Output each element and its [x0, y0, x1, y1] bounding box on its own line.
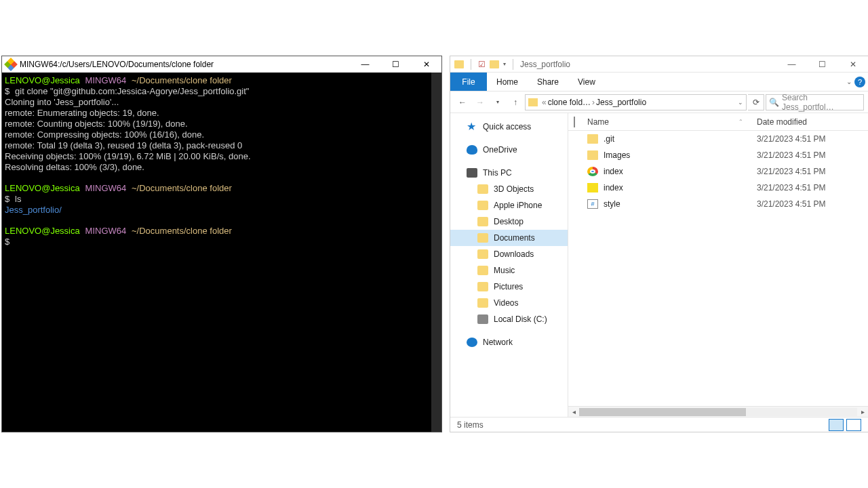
scroll-thumb[interactable]	[579, 408, 746, 416]
chrome-icon	[587, 167, 598, 176]
forward-button: →	[472, 94, 488, 110]
refresh-button[interactable]: ⟳	[748, 94, 764, 110]
explorer-window: ☑ ▾ Jess_portfolio — ☐ ✕ File Home Share…	[450, 56, 868, 432]
maximize-button[interactable]: ☐	[380, 56, 411, 73]
terminal-body[interactable]: LENOVO@Jessica MINGW64 ~/Documents/clone…	[2, 73, 441, 432]
folder-icon	[477, 233, 488, 243]
nav-documents[interactable]: Documents	[450, 230, 568, 246]
terminal-scrollbar[interactable]	[431, 73, 441, 432]
nav-apple-iphone[interactable]: Apple iPhone	[450, 197, 568, 214]
search-icon: 🔍	[769, 98, 779, 107]
folder-icon	[477, 298, 488, 308]
nav-videos[interactable]: Videos	[450, 295, 568, 311]
details-view-button[interactable]	[829, 419, 844, 431]
close-button[interactable]: ✕	[411, 56, 441, 73]
scroll-right-button[interactable]: ▸	[857, 408, 868, 415]
help-icon[interactable]: ?	[854, 77, 865, 87]
nav-pane[interactable]: ★ Quick access OneDrive This PC 3D Ob	[450, 113, 568, 417]
folder-icon	[477, 184, 488, 194]
ribbon-collapse-icon[interactable]: ⌄	[846, 78, 852, 85]
file-row[interactable]: style 3/21/2023 4:51 PM	[568, 196, 868, 212]
tab-view[interactable]: View	[568, 73, 605, 91]
folder-icon	[454, 60, 464, 68]
back-button[interactable]: ←	[454, 94, 471, 110]
folder-icon	[528, 98, 538, 106]
nav-desktop[interactable]: Desktop	[450, 214, 568, 230]
crumb-clone-folder[interactable]: clone fold…	[548, 98, 591, 107]
horizontal-scrollbar[interactable]: ◂ ▸	[568, 406, 868, 417]
address-bar[interactable]: « clone fold… › Jess_portfolio ⌄	[525, 94, 747, 110]
close-button[interactable]: ✕	[837, 56, 868, 73]
folder-icon	[477, 217, 488, 226]
nav-network[interactable]: Network	[450, 334, 568, 350]
explorer-titlebar[interactable]: ☑ ▾ Jess_portfolio — ☐ ✕	[450, 56, 868, 73]
file-row[interactable]: index 3/21/2023 4:51 PM	[568, 163, 868, 180]
recent-dropdown[interactable]: ▾	[490, 94, 506, 110]
qat-dropdown-icon[interactable]: ▾	[503, 61, 506, 67]
crumb-jess-portfolio[interactable]: Jess_portfolio	[596, 98, 646, 107]
folder-icon	[477, 249, 488, 259]
tab-share[interactable]: Share	[528, 73, 568, 91]
nav-onedrive[interactable]: OneDrive	[450, 142, 568, 158]
address-dropdown-icon[interactable]: ⌄	[738, 99, 743, 106]
up-button[interactable]: ↑	[507, 94, 524, 110]
device-icon	[477, 201, 488, 210]
sort-icon[interactable]: ⌃	[738, 119, 743, 125]
terminal-title: MINGW64:/c/Users/LENOVO/Documents/clone …	[20, 60, 350, 69]
css-icon	[587, 199, 598, 209]
terminal-window: MINGW64:/c/Users/LENOVO/Documents/clone …	[1, 56, 442, 432]
pc-icon	[467, 168, 477, 178]
star-icon: ★	[467, 122, 477, 131]
minimize-button[interactable]: —	[776, 56, 807, 73]
tab-file[interactable]: File	[450, 73, 487, 91]
nav-3d-objects[interactable]: 3D Objects	[450, 181, 568, 197]
nav-this-pc[interactable]: This PC	[450, 165, 568, 181]
ribbon: File Home Share View ⌄ ?	[450, 73, 868, 92]
search-input[interactable]: 🔍 Search Jess_portfol…	[766, 94, 864, 110]
folder-icon[interactable]	[490, 60, 499, 68]
cloud-icon	[467, 145, 477, 155]
folder-icon	[587, 134, 598, 144]
icons-view-button[interactable]	[846, 419, 861, 431]
search-placeholder: Search Jess_portfol…	[782, 93, 861, 112]
item-count: 5 items	[457, 420, 484, 430]
maximize-button[interactable]: ☐	[807, 56, 837, 73]
disk-icon	[477, 314, 488, 324]
git-bash-icon	[4, 58, 18, 71]
folder-icon	[477, 282, 488, 291]
nav-local-disk[interactable]: Local Disk (C:)	[450, 311, 568, 327]
desktop: MINGW64:/c/Users/LENOVO/Documents/clone …	[0, 0, 868, 488]
file-row[interactable]: index 3/21/2023 4:51 PM	[568, 180, 868, 196]
terminal-titlebar[interactable]: MINGW64:/c/Users/LENOVO/Documents/clone …	[2, 56, 441, 73]
file-row[interactable]: .git 3/21/2023 4:51 PM	[568, 131, 868, 147]
folder-icon	[477, 266, 488, 275]
file-row[interactable]: Images 3/21/2023 4:51 PM	[568, 147, 868, 163]
column-headers[interactable]: Name⌃ Date modified	[568, 113, 868, 131]
scroll-left-button[interactable]: ◂	[568, 408, 579, 415]
nav-music[interactable]: Music	[450, 262, 568, 279]
folder-icon	[587, 150, 598, 160]
explorer-title: Jess_portfolio	[520, 60, 776, 69]
minimize-button[interactable]: —	[350, 56, 380, 73]
address-bar-row: ← → ▾ ↑ « clone fold… › Jess_portfolio ⌄…	[450, 92, 868, 113]
nav-downloads[interactable]: Downloads	[450, 246, 568, 262]
js-icon	[587, 183, 598, 192]
status-bar: 5 items	[450, 417, 868, 432]
network-icon	[467, 338, 477, 347]
qat-check-icon[interactable]: ☑	[478, 60, 486, 69]
nav-quick-access[interactable]: ★ Quick access	[450, 119, 568, 135]
col-name[interactable]: Name	[587, 117, 609, 127]
tab-home[interactable]: Home	[487, 73, 528, 91]
select-all-checkbox[interactable]	[574, 117, 575, 127]
nav-pictures[interactable]: Pictures	[450, 279, 568, 295]
col-date[interactable]: Date modified	[757, 117, 807, 127]
file-list[interactable]: Name⌃ Date modified .git 3/21/2023 4:51 …	[568, 113, 868, 417]
